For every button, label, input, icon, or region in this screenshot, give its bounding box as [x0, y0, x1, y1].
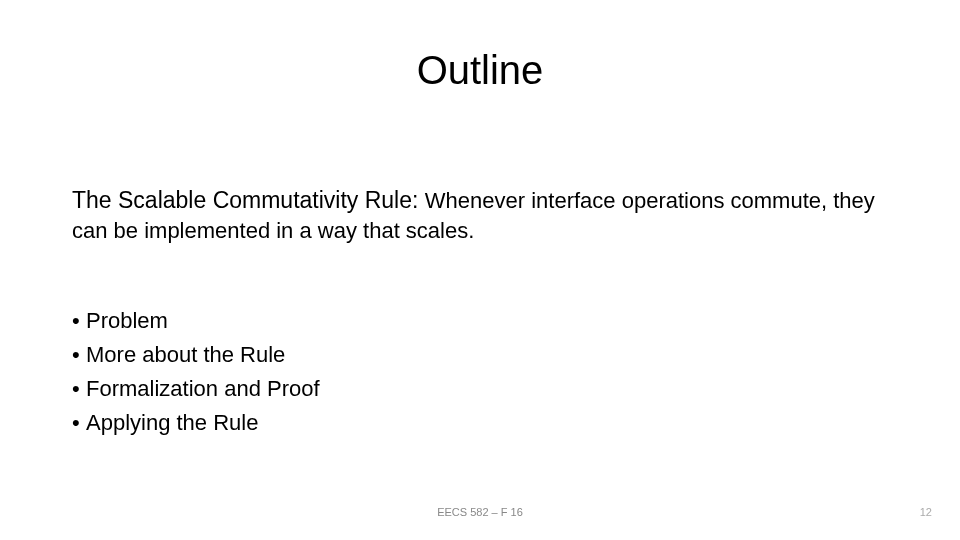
bullet-dot-icon: •	[72, 372, 86, 406]
bullet-text: More about the Rule	[86, 342, 285, 367]
bullet-item: •Formalization and Proof	[72, 372, 888, 406]
rule-statement: The Scalable Commutativity Rule: Wheneve…	[72, 185, 888, 246]
bullet-item: •Problem	[72, 304, 888, 338]
slide: Outline The Scalable Commutativity Rule:…	[0, 0, 960, 540]
rule-prefix: The Scalable Commutativity Rule:	[72, 187, 425, 213]
page-number: 12	[920, 506, 932, 518]
bullet-list: •Problem •More about the Rule •Formaliza…	[72, 304, 888, 440]
bullet-dot-icon: •	[72, 338, 86, 372]
bullet-text: Problem	[86, 308, 168, 333]
slide-title: Outline	[0, 48, 960, 93]
bullet-text: Applying the Rule	[86, 410, 258, 435]
bullet-text: Formalization and Proof	[86, 376, 320, 401]
slide-body: The Scalable Commutativity Rule: Wheneve…	[72, 185, 888, 440]
bullet-item: •More about the Rule	[72, 338, 888, 372]
bullet-dot-icon: •	[72, 304, 86, 338]
bullet-item: •Applying the Rule	[72, 406, 888, 440]
footer-course: EECS 582 – F 16	[0, 506, 960, 518]
bullet-dot-icon: •	[72, 406, 86, 440]
